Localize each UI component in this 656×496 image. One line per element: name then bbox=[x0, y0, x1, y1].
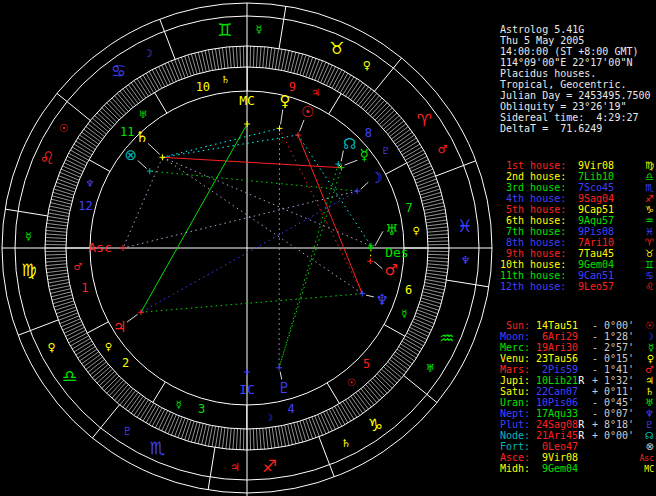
planet-velocity: + 8°18' bbox=[592, 419, 639, 430]
house-cusp-value: 9Leo57 bbox=[578, 281, 639, 292]
planet-icon: MC bbox=[634, 464, 654, 475]
house-cusp-value: 9Aqu57 bbox=[578, 215, 639, 226]
planet-icon: ♆ bbox=[639, 408, 654, 419]
planet-icon: ☽ bbox=[639, 331, 654, 342]
angle-axes bbox=[2, 3, 492, 496]
house-row: 2nd house:7Lib10♎ bbox=[500, 171, 654, 182]
planet-row: Midh: 9Gem04MC bbox=[500, 463, 654, 474]
planet-row: Plut:24Sag08R+ 8°18'♇ bbox=[500, 419, 654, 430]
planet-label: Moon: bbox=[500, 331, 536, 342]
header-line: Thu 5 May 2005 bbox=[500, 35, 654, 46]
natal-chart-wheel: ♈♂♉♀♊☿♋☽♌☉♍☿♎♀♏♇♐♃♑♄♒♅♓♆1♂2♀3☿4☽5☉6☿7♀8♇… bbox=[0, 0, 496, 496]
planet-icon: ♄ bbox=[639, 386, 654, 397]
house-ruler-icon: ♇ bbox=[381, 145, 390, 156]
planet-position: 0Leo47 bbox=[536, 441, 592, 452]
planet-nept-icon: ♆ bbox=[376, 291, 389, 309]
planet-label: Nept: bbox=[500, 408, 536, 419]
planet-position: 17Aqu33 bbox=[536, 408, 592, 419]
planet-position: 10Pis06 bbox=[536, 397, 592, 408]
sign-aquarius-icon: ♒ bbox=[439, 328, 454, 348]
planet-velocity: + 0°00' bbox=[592, 430, 639, 441]
header-line: DeltaT = 71.6249 bbox=[500, 123, 654, 134]
house-number: 11 bbox=[120, 125, 134, 139]
planet-label: Plut: bbox=[500, 419, 536, 430]
zodiac-sign-icon: ♊ bbox=[639, 259, 654, 270]
house-row: 9th house:7Tau45♉ bbox=[500, 248, 654, 259]
astrolog-window: ♈♂♉♀♊☿♋☽♌☉♍☿♎♀♏♇♐♃♑♄♒♅♓♆1♂2♀3☿4☽5☉6☿7♀8♇… bbox=[0, 0, 656, 496]
des-label: Des bbox=[385, 245, 408, 260]
sign-ruler-icon: ♇ bbox=[122, 425, 132, 438]
zodiac-sign-icon: ♉ bbox=[639, 248, 654, 259]
sign-ruler-icon: ♆ bbox=[461, 254, 471, 267]
house-number: 6 bbox=[405, 283, 412, 297]
planet-row: Sun:14Tau51- 0°00'☉ bbox=[500, 320, 654, 331]
planet-position: 19Ari30 bbox=[536, 342, 592, 353]
house-number: 3 bbox=[198, 402, 205, 416]
sign-ruler-icon: ☿ bbox=[256, 23, 263, 36]
header-line: 114°09'00"E 22°17'00"N bbox=[500, 57, 654, 68]
planet-position-list: Sun:14Tau51- 0°00'☉Moon: 6Ari29- 1°28'☽M… bbox=[500, 320, 654, 474]
chart-header-block: Astrolog 5.41GThu 5 May 200514:00:00 (ST… bbox=[500, 24, 654, 134]
house-row: 5th house:9Cap51♑ bbox=[500, 204, 654, 215]
house-row: 7th house:9Pis08♓ bbox=[500, 226, 654, 237]
planet-icon: ☊ bbox=[639, 430, 654, 441]
sign-ruler-icon: ♅ bbox=[425, 362, 435, 375]
planet-label: Asce: bbox=[500, 452, 536, 463]
planet-position: 2Pis59 bbox=[536, 364, 592, 375]
planet-row: Node:21Ari45R+ 0°00'☊ bbox=[500, 430, 654, 441]
planet-row: Jupi:10Lib21R+ 1°32'♃ bbox=[500, 375, 654, 386]
house-row: 6th house:9Aqu57♒ bbox=[500, 215, 654, 226]
house-label: 12th house: bbox=[500, 281, 578, 292]
zodiac-sign-icon: ♎ bbox=[639, 171, 654, 182]
zodiac-sign-icon: ♍ bbox=[639, 160, 654, 171]
planet-plut-icon: ♇ bbox=[277, 379, 290, 397]
planet-venu-icon: ♀ bbox=[280, 92, 291, 110]
house-row: 8th house:7Ari10♈ bbox=[500, 237, 654, 248]
planet-position: 24Sag08R bbox=[536, 419, 592, 430]
house-label: 5th house: bbox=[500, 204, 578, 215]
house-cusp-value: 9Vir08 bbox=[578, 160, 639, 171]
planet-glyphs: ☉☽☿♀♂♃♄♅♆♇☊⊗ bbox=[113, 92, 399, 397]
house-cusp-value: 9Sag04 bbox=[578, 193, 639, 204]
house-ruler-icon: ♆ bbox=[86, 178, 95, 189]
planet-velocity: - 0°45' bbox=[592, 397, 639, 408]
planet-velocity: - 0°15' bbox=[592, 353, 639, 364]
house-row: 10th house:9Gem04♊ bbox=[500, 259, 654, 270]
planet-label: Satu: bbox=[500, 386, 536, 397]
planet-label: Mars: bbox=[500, 364, 536, 375]
house-label: 9th house: bbox=[500, 248, 578, 259]
header-line: 14:00:00 (ST +8:00 GMT) bbox=[500, 46, 654, 57]
planet-position: 9Gem04 bbox=[536, 463, 592, 474]
planet-velocity: - 1°28' bbox=[592, 331, 639, 342]
planet-row: Merc:19Ari30- 2°57'☿ bbox=[500, 342, 654, 353]
house-label: 3rd house: bbox=[500, 182, 578, 193]
sign-ruler-icon: ☿ bbox=[25, 230, 32, 243]
planet-icon: ♅ bbox=[639, 397, 654, 408]
zodiac-sign-icon: ♏ bbox=[639, 182, 654, 193]
planet-jupi-icon: ♃ bbox=[113, 318, 126, 336]
sign-capricorn-icon: ♑ bbox=[368, 415, 383, 435]
planet-sun-icon: ☉ bbox=[301, 103, 314, 121]
mc-label: MC bbox=[239, 93, 255, 108]
house-cusp-value: 9Pis08 bbox=[578, 226, 639, 237]
sign-aries-icon: ♈ bbox=[417, 110, 432, 130]
house-cusp-value: 9Can51 bbox=[578, 270, 639, 281]
house-number: 5 bbox=[363, 357, 370, 371]
house-ruler-icon: ♀ bbox=[412, 225, 419, 236]
house-ruler-icon: ♂ bbox=[73, 261, 82, 272]
header-line: Obliquity = 23°26'19" bbox=[500, 101, 654, 112]
planet-uran-icon: ♅ bbox=[385, 221, 398, 239]
planet-moon-icon: ☽ bbox=[369, 169, 382, 187]
house-cusp-value: 7Tau45 bbox=[578, 248, 639, 259]
planet-row: Uran:10Pis06- 0°45'♅ bbox=[500, 397, 654, 408]
house-ruler-icon: ☉ bbox=[347, 377, 356, 388]
planet-row: Venu:23Tau56- 0°15'♀ bbox=[500, 353, 654, 364]
house-ruler-icon: ♅ bbox=[138, 109, 147, 120]
zodiac-sign-icon: ♈ bbox=[639, 237, 654, 248]
planet-icon: ♇ bbox=[639, 419, 654, 430]
planet-position: 23Tau56 bbox=[536, 353, 592, 364]
planet-label: Fort: bbox=[500, 441, 536, 452]
planet-velocity: - 0°07' bbox=[592, 408, 639, 419]
sign-leo-icon: ♌ bbox=[40, 148, 55, 168]
sign-ruler-icon: ☉ bbox=[59, 122, 69, 135]
